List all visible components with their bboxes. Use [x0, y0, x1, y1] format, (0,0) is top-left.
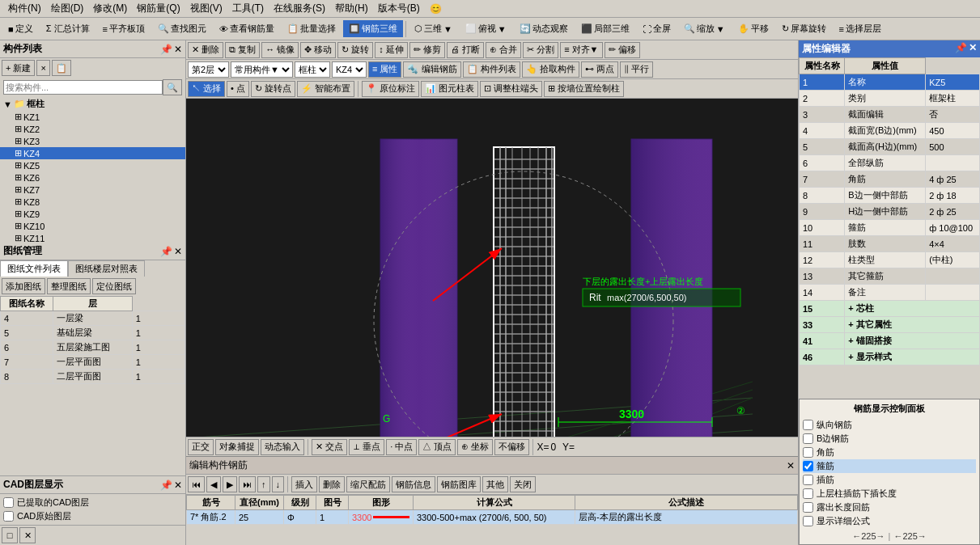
tree-item-kz1[interactable]: ⊞ KZ1: [0, 111, 185, 123]
dynamic-input-btn[interactable]: 动态输入: [261, 439, 304, 455]
rebar-checkbox-longitudinal[interactable]: 纵向钢筋: [803, 418, 976, 432]
other-btn[interactable]: 其他: [482, 476, 508, 492]
rebar-checkbox-stirrup[interactable]: 箍筋: [803, 459, 976, 473]
item-select[interactable]: KZ4: [332, 61, 367, 78]
merge-btn[interactable]: ⊕ 合并: [486, 42, 521, 58]
prop-row-category[interactable]: 2 类别 框架柱: [800, 91, 980, 107]
nav-last-btn[interactable]: ⏭: [239, 476, 256, 492]
menu-emoji[interactable]: 😊: [425, 2, 447, 16]
menu-draw[interactable]: 绘图(D): [46, 0, 89, 17]
insert-btn[interactable]: 插入: [291, 476, 317, 492]
nav-prev-btn[interactable]: ◀: [206, 476, 221, 492]
point-btn[interactable]: • 点: [227, 81, 249, 97]
locate-drawing-button[interactable]: 定位图纸: [92, 278, 136, 294]
extend-btn[interactable]: ↕ 延伸: [375, 42, 408, 58]
menu-view[interactable]: 视图(V): [185, 0, 227, 17]
tree-item-kz11[interactable]: ⊞ KZ11: [0, 232, 185, 243]
prop-row-width[interactable]: 4 截面宽(B边)(mm) 450: [800, 123, 980, 139]
toolbar-define[interactable]: ■ 定义: [2, 20, 39, 37]
checkbox-b-side[interactable]: [803, 433, 813, 444]
delete-component-button[interactable]: ×: [36, 60, 49, 76]
delete-btn[interactable]: ✕ 删除: [188, 42, 223, 58]
no-offset-btn[interactable]: 不偏移: [494, 439, 529, 455]
nav-down-btn[interactable]: ↓: [272, 476, 285, 492]
menu-services[interactable]: 在线服务(S): [269, 0, 330, 17]
rotate-btn[interactable]: ↻ 旋转: [337, 42, 373, 58]
align-btn[interactable]: ≡ 对齐▼: [560, 42, 602, 58]
scale-rebar-btn[interactable]: 缩尺配筋: [346, 476, 390, 492]
midpoint-snap[interactable]: · 中点: [386, 439, 417, 455]
tree-item-kz3[interactable]: ⊞ KZ3: [0, 135, 185, 147]
tree-item-kz4[interactable]: ⊞ KZ4: [0, 147, 185, 159]
draw-by-wall-btn[interactable]: ⊞ 按墙位置绘制柱: [544, 81, 624, 97]
cad-btn-2[interactable]: ✕: [19, 527, 36, 543]
tree-item-kz5[interactable]: ⊞ KZ5: [0, 159, 185, 171]
new-component-button[interactable]: + 新建: [2, 60, 35, 76]
prop-row-core-col[interactable]: 15 + 芯柱: [800, 301, 980, 317]
menu-version[interactable]: 版本号(B): [373, 0, 425, 17]
toolbar-calculate[interactable]: Σ 汇总计算: [40, 20, 95, 37]
close-icon[interactable]: ✕: [174, 44, 182, 55]
table-row[interactable]: 4 一层梁 1: [1, 311, 185, 326]
toolbar-3d-rebar[interactable]: 🔲 钢筋三维: [343, 20, 403, 37]
toolbar-3d-view[interactable]: ⬡ 三维 ▼: [409, 20, 458, 37]
column-table-btn[interactable]: 📊 图元柱表: [421, 81, 478, 97]
tree-item-kz8[interactable]: ⊞ KZ8: [0, 196, 185, 208]
pick-component-btn[interactable]: 👆 拾取构件: [522, 61, 579, 78]
table-row[interactable]: 8 二层平面图 1: [1, 370, 185, 384]
rebar-checkbox-detail-formula[interactable]: 显示详细公式: [803, 514, 976, 528]
rebar-table-row[interactable]: 7* 角筋.2 25 Φ 1 3300: [187, 510, 798, 525]
toolbar-view-rebar[interactable]: 👁 查看钢筋量: [214, 20, 280, 37]
toolbar-screen-rotate[interactable]: ↻ 屏幕旋转: [776, 20, 832, 37]
tree-item-kz9[interactable]: ⊞ KZ9: [0, 208, 185, 220]
search-button[interactable]: 🔍: [163, 79, 182, 95]
prop-row-section-edit[interactable]: 3 截面编辑 否: [800, 107, 980, 123]
toolbar-local-3d[interactable]: ⬛ 局部三维: [575, 20, 635, 37]
copy-component-button[interactable]: 📋: [52, 60, 71, 76]
toolbar-align[interactable]: ≡ 平齐板顶: [97, 20, 151, 37]
checkbox-corner[interactable]: [803, 447, 813, 458]
adjust-column-head-btn[interactable]: ⊡ 调整柱端头: [480, 81, 542, 97]
select-btn[interactable]: ↖ 选择: [188, 81, 225, 97]
cad-btn-1[interactable]: □: [2, 527, 18, 543]
checkbox-exposed[interactable]: [803, 502, 813, 513]
prop-row-h-rebar[interactable]: 9 H边一侧中部筋 2 ф 25: [800, 204, 980, 220]
checkbox-insert[interactable]: [803, 475, 813, 485]
rebar-checkbox-insert[interactable]: 插筋: [803, 473, 976, 487]
viewport[interactable]: 下层的露出长度+上层露出长度 Rit max(2700/6,500,50) 33…: [186, 99, 798, 437]
orthogonal-btn[interactable]: 正交: [188, 439, 214, 455]
floor-select[interactable]: 第2层: [188, 61, 229, 78]
tree-item-kz6[interactable]: ⊞ KZ6: [0, 171, 185, 184]
checkbox-stirrup[interactable]: [803, 461, 813, 471]
property-btn[interactable]: ≡ 属性: [368, 61, 401, 78]
nav-first-btn[interactable]: ⏮: [188, 476, 205, 492]
prop-row-name[interactable]: 1 名称 KZ5: [800, 74, 980, 91]
toolbar-top-view[interactable]: ⬜ 俯视 ▼: [460, 20, 512, 37]
table-row[interactable]: 7 一层平面图 1: [1, 355, 185, 370]
rotate-point-btn[interactable]: ↻ 旋转点: [251, 81, 295, 97]
rebar-library-btn[interactable]: 钢筋图库: [437, 476, 481, 492]
tree-item-kz2[interactable]: ⊞ KZ2: [0, 123, 185, 135]
toolbar-select-floor[interactable]: ≡ 选择层层: [834, 20, 887, 37]
tree-category-frame-column[interactable]: ▼ 📁 框柱: [0, 97, 185, 111]
modify-btn[interactable]: ✏ 修剪: [409, 42, 445, 58]
tree-item-kz10[interactable]: ⊞ KZ10: [0, 220, 185, 232]
mirror-btn[interactable]: ↔ 镜像: [261, 42, 299, 58]
cad-layer-extracted[interactable]: 已提取的CAD图层: [3, 496, 182, 509]
prop-row-stirrup[interactable]: 10 箍筋 ф 10@100: [800, 220, 980, 236]
parallel-btn[interactable]: ∥ 平行: [620, 61, 653, 78]
toolbar-find[interactable]: 🔍 查找图元: [152, 20, 212, 37]
category-select[interactable]: 框柱: [295, 61, 330, 78]
organize-drawing-button[interactable]: 整理图纸: [47, 278, 91, 294]
edit-rebar-btn[interactable]: 🔩 编辑钢筋: [403, 61, 460, 78]
object-snap-btn[interactable]: 对象捕捉: [215, 439, 259, 455]
nav-up-btn[interactable]: ↑: [257, 476, 270, 492]
menu-rebar[interactable]: 钢筋量(Q): [132, 0, 185, 17]
coordinate-snap[interactable]: ⊕ 坐标: [457, 439, 493, 455]
prop-row-other-attrs[interactable]: 33 + 其它属性: [800, 317, 980, 333]
nav-next-btn[interactable]: ▶: [223, 476, 237, 492]
two-point-btn[interactable]: ⊷ 两点: [581, 61, 618, 78]
print-btn[interactable]: 🖨 打断: [447, 42, 484, 58]
close-icon-cad[interactable]: ✕: [174, 480, 182, 491]
menu-help[interactable]: 帮助(H): [330, 0, 373, 17]
